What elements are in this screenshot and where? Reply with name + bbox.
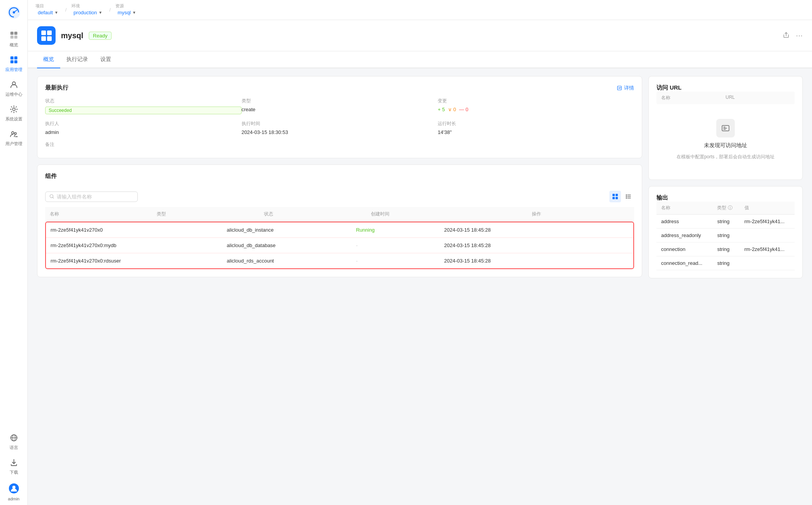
output-type-info-icon[interactable]: ⓘ [728,205,732,210]
sidebar-item-user-management[interactable]: 用户管理 [0,126,27,151]
gear-icon [10,105,18,115]
output-card: 输出 名称 类型 ⓘ 值 [648,186,803,278]
topbar-resource-group: 资源 mysql ▼ [115,4,139,16]
exec-changes-values: + 5 ∨ 0 — 0 [438,107,634,112]
main-content: 项目 default ▼ / 环境 production ▼ / 资源 [28,0,812,505]
topbar-env-arrow: ▼ [98,10,102,15]
topbar-env-label: 环境 [71,4,105,8]
sidebar-item-download[interactable]: 下载 [0,454,27,479]
output-row[interactable]: connection string rm-2ze5f41yk41... [656,242,795,256]
sidebar-item-overview-label: 概览 [10,42,18,48]
output-value-3: rm-2ze5f41yk41... [740,242,795,256]
svg-rect-20 [616,194,618,196]
topbar-divider-2: / [109,7,111,13]
exec-type-value: create [242,107,438,112]
tab-settings[interactable]: 设置 [94,51,117,68]
svg-rect-19 [612,194,615,196]
user-management-icon [10,130,18,139]
table-row[interactable]: rm-2ze5f41yk41v270x0:mydb alicloud_db_da… [46,238,633,253]
exec-field-exec-time: 执行时间 2024-03-15 18:30:53 [242,120,438,135]
share-icon[interactable] [783,31,790,40]
exec-detail-link[interactable]: 详情 [617,85,634,92]
output-col-type: 类型 ⓘ [712,202,739,215]
grid-view-button[interactable] [609,191,621,202]
selected-components-table: rm-2ze5f41yk41v270x0 alicloud_db_instanc… [46,222,633,268]
app-management-icon [10,56,18,65]
topbar-resource-select[interactable]: mysql ▼ [115,9,139,16]
output-row[interactable]: address string rm-2ze5f41yk41... [656,215,795,229]
exec-duration-label: 运行时长 [438,120,634,127]
page-header-actions: ⋯ [783,31,803,40]
exec-field-type: 类型 create [242,98,438,114]
output-title: 输出 [656,194,668,201]
sidebar-item-ops-center[interactable]: 运维中心 [0,76,27,101]
exec-field-status: 状态 Succeeded [45,98,242,114]
component-created-2: 2024-03-15 18:45:28 [440,238,587,253]
output-type-1: string [712,215,739,229]
topbar-resource-meta: 资源 mysql ▼ [115,4,139,16]
topbar-resource-arrow: ▼ [132,10,136,15]
sidebar-item-language[interactable]: 语言 [0,430,27,454]
sidebar-item-overview[interactable]: 概览 [0,27,27,52]
exec-grid: 状态 Succeeded 类型 create 变更 + 5 ∨ 0 [45,98,634,150]
more-icon[interactable]: ⋯ [796,31,803,40]
component-actions-1 [586,222,633,238]
svg-rect-2 [14,32,17,35]
status-badge: Ready [89,32,112,40]
exec-field-executor: 执行人 admin [45,120,242,135]
sidebar-item-admin[interactable]: admin [0,479,27,505]
sidebar-item-system-settings[interactable]: 系统设置 [0,101,27,126]
tab-execution[interactable]: 执行记录 [60,51,94,68]
svg-point-16 [12,486,15,489]
output-col-value: 值 [740,202,795,215]
table-row[interactable]: rm-2ze5f41yk41v270x0 alicloud_db_instanc… [46,222,633,238]
exec-type-label: 类型 [242,98,438,104]
svg-point-23 [626,195,627,196]
col-status-header: 状态 [259,207,366,222]
output-col-name: 名称 [656,202,712,215]
app-icon [37,26,56,45]
list-view-button[interactable] [623,191,634,202]
topbar-resource-label: 资源 [115,4,139,8]
output-name-2: address_readonly [656,229,712,242]
topbar-project-group: 项目 default ▼ [36,4,61,16]
app-logo [5,4,22,21]
exec-header: 最新执行 详情 [45,84,634,92]
output-type-2: string [712,229,739,242]
search-icon [49,194,54,199]
output-name-1: address [656,215,712,229]
table-row[interactable]: rm-2ze5f41yk41v270x0:rdsuser alicloud_rd… [46,253,633,269]
tab-overview[interactable]: 概览 [37,51,60,68]
topbar-resource-value: mysql [118,10,131,15]
topbar-project-value: default [38,10,53,15]
access-url-card: 访问 URL 名称 URL 未发现可访问地址 在模板中配置ports，部署后会自… [648,76,803,180]
topbar-env-meta: 环境 production ▼ [71,4,105,16]
sidebar-item-download-label: 下载 [10,469,18,475]
access-url-title: 访问 URL [656,84,682,91]
col-actions-header: 操作 [527,207,634,222]
exec-changes-label: 变更 [438,98,634,104]
svg-rect-5 [10,56,14,59]
component-search-input[interactable] [57,194,134,200]
topbar-project-select[interactable]: default ▼ [36,9,61,16]
page-title: mysql [61,31,83,40]
download-icon [10,458,18,468]
output-row[interactable]: address_readonly string [656,229,795,242]
component-status-2: - [351,238,439,253]
ops-center-icon [10,80,18,90]
changes-add: + 5 [438,107,445,112]
output-row[interactable]: connection_read... string [656,256,795,270]
page-header: mysql Ready ⋯ [28,20,812,51]
topbar-project-label: 项目 [36,4,61,8]
exec-status-label: 状态 [45,98,242,104]
tabs: 概览 执行记录 设置 [28,51,812,68]
svg-point-25 [626,198,627,199]
component-actions-2 [586,238,633,253]
changes-del: — 0 [459,107,469,112]
topbar-env-select[interactable]: production ▼ [71,9,105,16]
url-col-name: 名称 [661,95,726,101]
component-search-box[interactable] [45,191,138,202]
left-column: 最新执行 详情 状态 Succeeded 类型 crea [37,76,642,278]
sidebar-item-app-management[interactable]: 应用管理 [0,52,27,76]
svg-rect-7 [10,60,14,63]
